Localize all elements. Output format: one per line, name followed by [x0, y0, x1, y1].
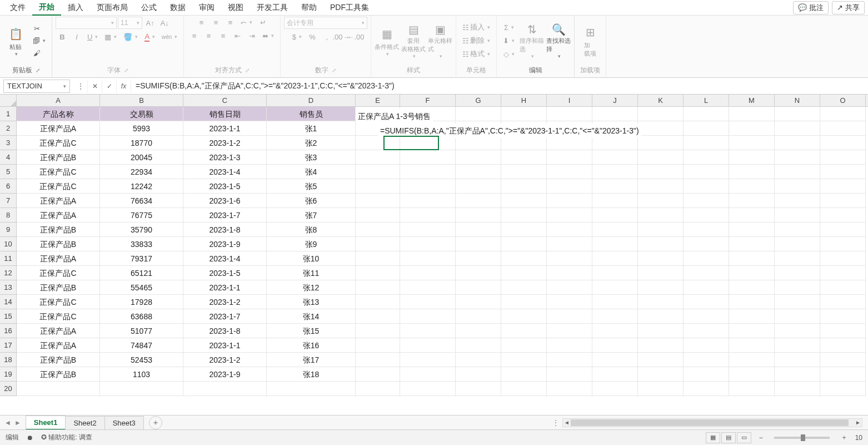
cell[interactable]: [592, 150, 638, 165]
cell[interactable]: [456, 367, 501, 382]
cell[interactable]: [729, 338, 775, 353]
cell[interactable]: 18770: [100, 136, 183, 150]
cell[interactable]: [456, 237, 501, 251]
cell[interactable]: [820, 121, 866, 136]
sheet-tab-1[interactable]: Sheet1: [26, 416, 66, 430]
cell[interactable]: [729, 309, 775, 324]
cell[interactable]: [547, 237, 592, 251]
cell[interactable]: [183, 382, 267, 396]
cell[interactable]: [820, 382, 866, 396]
cell[interactable]: [456, 280, 501, 295]
cell-style-button[interactable]: ▣单元格样式▾: [428, 22, 452, 59]
cell[interactable]: [638, 280, 684, 295]
wrap-text-button[interactable]: ↵: [256, 17, 270, 28]
cell[interactable]: [400, 179, 456, 194]
menu-insert[interactable]: 插入: [61, 1, 90, 15]
indent-increase-button[interactable]: ⇥: [245, 30, 258, 41]
align-center-button[interactable]: ≡: [202, 30, 215, 41]
cell[interactable]: [592, 382, 638, 396]
cell[interactable]: [820, 150, 866, 165]
cell[interactable]: [547, 165, 592, 179]
cell[interactable]: [729, 367, 775, 382]
cell[interactable]: [547, 367, 592, 382]
cell[interactable]: [356, 222, 400, 237]
cell[interactable]: 52453: [100, 353, 183, 367]
menu-file[interactable]: 文件: [3, 1, 32, 15]
menu-formula[interactable]: 公式: [134, 1, 163, 15]
cell[interactable]: [356, 208, 400, 222]
cell[interactable]: [547, 295, 592, 309]
cell[interactable]: [638, 136, 684, 150]
cell[interactable]: [684, 208, 729, 222]
cell[interactable]: [638, 208, 684, 222]
cell[interactable]: [775, 165, 820, 179]
table-format-button[interactable]: ▤套用 表格格式▾: [401, 22, 426, 59]
cell[interactable]: [729, 179, 775, 194]
tab-nav-prev[interactable]: ◄: [4, 419, 11, 427]
cell[interactable]: [638, 121, 684, 136]
cell[interactable]: [638, 165, 684, 179]
font-color-button[interactable]: A▾: [142, 31, 158, 42]
cell[interactable]: [820, 280, 866, 295]
cell[interactable]: [729, 280, 775, 295]
cell[interactable]: 张14: [267, 309, 356, 324]
insert-cells-button[interactable]: ☷ 插入▾: [460, 22, 493, 33]
cell[interactable]: [456, 251, 501, 266]
cell[interactable]: 2023-1-2: [183, 295, 267, 309]
cell[interactable]: 33833: [100, 237, 183, 251]
sort-filter-button[interactable]: ⇅排序和筛选▾: [520, 22, 544, 59]
row-header-8[interactable]: 8: [0, 208, 16, 222]
cell[interactable]: 张16: [267, 338, 356, 353]
row-header-18[interactable]: 18: [0, 353, 16, 367]
cell[interactable]: [775, 295, 820, 309]
cell[interactable]: [729, 136, 775, 150]
col-header-C[interactable]: C: [183, 95, 267, 106]
cell[interactable]: [592, 353, 638, 367]
cell[interactable]: [356, 251, 400, 266]
fb-expand-button[interactable]: ⋮: [73, 80, 88, 93]
format-painter-button[interactable]: 🖌: [30, 47, 43, 58]
cell[interactable]: [400, 309, 456, 324]
cell[interactable]: [820, 107, 866, 121]
cell[interactable]: [400, 382, 456, 396]
cell[interactable]: [684, 353, 729, 367]
cell[interactable]: [592, 179, 638, 194]
menu-view[interactable]: 视图: [221, 1, 250, 15]
cell[interactable]: 正保产品B: [17, 222, 100, 237]
cell[interactable]: [400, 237, 456, 251]
fill-color-button[interactable]: 🪣▾: [121, 31, 141, 42]
cell[interactable]: [684, 237, 729, 251]
share-button[interactable]: ↗共享: [832, 1, 865, 14]
cell[interactable]: 79317: [100, 251, 183, 266]
increase-font-button[interactable]: A↑: [143, 17, 157, 28]
cell[interactable]: [638, 222, 684, 237]
cell[interactable]: [17, 382, 100, 396]
cell[interactable]: [684, 165, 729, 179]
cell[interactable]: [501, 179, 547, 194]
cell[interactable]: [775, 121, 820, 136]
align-top-button[interactable]: ≡: [194, 17, 208, 28]
cell[interactable]: [400, 280, 456, 295]
fx-button[interactable]: fx: [117, 80, 131, 93]
name-box[interactable]: TEXTJOIN▾: [3, 80, 70, 93]
cell[interactable]: [820, 324, 866, 338]
menu-review[interactable]: 审阅: [192, 1, 221, 15]
cell[interactable]: [729, 121, 775, 136]
cell[interactable]: [592, 222, 638, 237]
hscroll-split[interactable]: ⋮: [552, 419, 559, 427]
comments-button[interactable]: 💬批注: [793, 1, 829, 14]
cancel-formula-button[interactable]: ✕: [88, 80, 102, 93]
align-middle-button[interactable]: ≡: [209, 17, 222, 28]
cell[interactable]: [547, 194, 592, 208]
cell[interactable]: [501, 194, 547, 208]
cell[interactable]: [729, 266, 775, 280]
cell[interactable]: 51077: [100, 324, 183, 338]
cut-button[interactable]: ✂: [30, 23, 43, 34]
cell[interactable]: [356, 324, 400, 338]
cell[interactable]: [356, 280, 400, 295]
cell[interactable]: [456, 382, 501, 396]
cell[interactable]: [400, 194, 456, 208]
cell[interactable]: 2023-1-1: [183, 280, 267, 295]
cell[interactable]: [775, 150, 820, 165]
cell[interactable]: 2023-1-2: [183, 353, 267, 367]
